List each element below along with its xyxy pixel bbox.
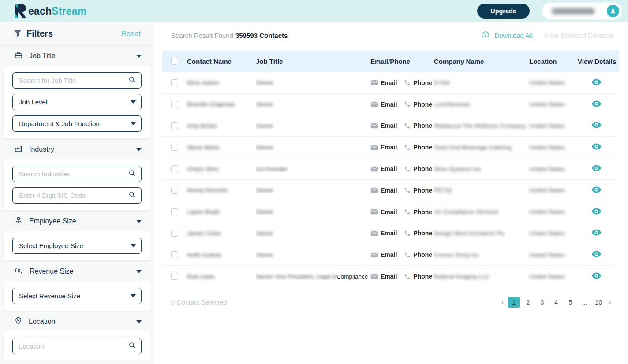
- page-1[interactable]: 1: [508, 297, 520, 308]
- email-link[interactable]: Email: [381, 144, 397, 151]
- page-5[interactable]: 5: [564, 297, 576, 308]
- search-icon[interactable]: [128, 169, 136, 178]
- next-page-icon[interactable]: ›: [607, 298, 613, 307]
- table-row: Kenny RencherOwnerEmailPhonePETIQUnited …: [162, 180, 619, 201]
- row-checkbox[interactable]: [171, 251, 178, 258]
- row-checkbox[interactable]: [171, 79, 178, 86]
- employee-size-select[interactable]: Select Employee Size: [12, 238, 142, 254]
- view-details-eye-icon[interactable]: [591, 207, 602, 217]
- col-contact-name: Contact Name: [187, 58, 256, 65]
- search-icon[interactable]: [128, 191, 136, 200]
- chevron-down-icon: [136, 55, 142, 58]
- view-details-eye-icon[interactable]: [591, 100, 602, 109]
- email-link[interactable]: Email: [381, 230, 397, 237]
- section-location[interactable]: Location: [0, 312, 153, 331]
- phone-link[interactable]: Phone: [413, 144, 432, 151]
- email-link[interactable]: Email: [381, 79, 397, 86]
- email-link[interactable]: Email: [381, 208, 397, 215]
- industry-search[interactable]: [12, 166, 142, 182]
- table-row: Steve WartoOwnerEmailPhoneToast And Beve…: [162, 137, 619, 158]
- row-checkbox[interactable]: [171, 144, 178, 151]
- phone-link[interactable]: Phone: [413, 122, 432, 129]
- user-name-blurred: [552, 8, 594, 14]
- department-select[interactable]: Department & Job Function: [12, 115, 142, 132]
- phone-link[interactable]: Phone: [413, 165, 432, 172]
- phone-link[interactable]: Phone: [413, 273, 432, 280]
- phone-link[interactable]: Phone: [413, 187, 432, 194]
- row-checkbox[interactable]: [171, 187, 178, 194]
- view-details-eye-icon[interactable]: [591, 164, 602, 174]
- email-link[interactable]: Email: [381, 122, 397, 129]
- page-3[interactable]: 3: [536, 297, 548, 308]
- job-level-select[interactable]: Job Level: [12, 94, 142, 110]
- row-checkbox[interactable]: [171, 165, 178, 172]
- industry-search-input[interactable]: [19, 170, 128, 178]
- email-link[interactable]: Email: [381, 187, 397, 194]
- page-10[interactable]: 10: [593, 297, 604, 308]
- section-revenue-size[interactable]: $ Revenue Size: [0, 261, 153, 281]
- table-row: Elisa JuarezOwnerEmailPhoneKYNdUnited St…: [162, 72, 619, 94]
- section-industry-label: Industry: [29, 145, 136, 153]
- revenue-size-select[interactable]: Select Revenue Size: [12, 288, 142, 304]
- view-details-eye-icon[interactable]: [591, 271, 602, 281]
- upgrade-button[interactable]: Upgrade: [477, 4, 530, 19]
- page-2[interactable]: 2: [522, 297, 534, 308]
- row-checkbox[interactable]: [171, 208, 178, 215]
- contact-location: United States: [529, 166, 578, 172]
- contact-name: James Coles: [187, 230, 256, 237]
- job-title-search-input[interactable]: [19, 77, 128, 84]
- view-details-eye-icon[interactable]: [591, 142, 602, 152]
- email-link[interactable]: Email: [381, 251, 397, 258]
- download-all-button[interactable]: Download All: [481, 30, 533, 41]
- table-row: Layne BoyleOwnerEmailPhoneUs Compliance …: [162, 201, 619, 223]
- view-selected-contacts-button[interactable]: View Selected Contacts: [544, 32, 614, 39]
- reset-filters-link[interactable]: Reset: [121, 30, 141, 38]
- view-details-eye-icon[interactable]: [591, 228, 602, 238]
- row-checkbox[interactable]: [171, 101, 178, 108]
- topbar-divider: [536, 4, 536, 19]
- phone-link[interactable]: Phone: [413, 230, 432, 237]
- phone-link[interactable]: Phone: [413, 208, 432, 215]
- brand-text: eachStream: [28, 5, 86, 17]
- contact-name: Amy Brinks: [187, 123, 256, 129]
- view-details-eye-icon[interactable]: [591, 78, 602, 88]
- sic-code-input[interactable]: [19, 192, 128, 199]
- row-checkbox[interactable]: [171, 230, 178, 237]
- location-search-input[interactable]: [19, 342, 128, 350]
- view-details-eye-icon[interactable]: [591, 186, 602, 195]
- section-industry[interactable]: Industry: [0, 139, 153, 159]
- phone-link[interactable]: Phone: [413, 79, 432, 86]
- search-icon[interactable]: [128, 76, 136, 85]
- contact-job-title: Owner: [256, 230, 370, 237]
- employee-icon: [14, 216, 23, 227]
- row-checkbox[interactable]: [171, 273, 178, 280]
- company-name: Design West Architects Pa: [434, 230, 529, 237]
- email-link[interactable]: Email: [381, 165, 397, 172]
- job-title-search[interactable]: [12, 72, 142, 89]
- user-menu[interactable]: [542, 3, 622, 19]
- search-icon[interactable]: [128, 342, 136, 351]
- email-phone-cell: EmailPhone: [370, 144, 434, 151]
- location-search[interactable]: [12, 338, 142, 354]
- view-details-eye-icon[interactable]: [591, 250, 602, 260]
- email-link[interactable]: Email: [381, 101, 397, 108]
- download-all-label: Download All: [494, 32, 533, 39]
- cloud-download-icon: [481, 30, 490, 41]
- phone-link[interactable]: Phone: [413, 101, 432, 108]
- page-4[interactable]: 4: [550, 297, 562, 308]
- sic-code-search[interactable]: [12, 187, 142, 204]
- prev-page-icon[interactable]: ‹: [500, 298, 506, 307]
- phone-icon: [404, 166, 411, 172]
- email-phone-cell: EmailPhone: [370, 208, 434, 215]
- contact-location: United States: [529, 208, 578, 215]
- email-link[interactable]: Email: [381, 273, 397, 280]
- phone-link[interactable]: Phone: [413, 251, 432, 258]
- select-all-checkbox[interactable]: [171, 58, 178, 65]
- view-details-eye-icon[interactable]: [591, 121, 602, 130]
- section-job-title[interactable]: Job Title: [0, 46, 153, 66]
- email-phone-cell: EmailPhone: [370, 251, 434, 258]
- row-checkbox[interactable]: [171, 122, 178, 129]
- section-employee-size[interactable]: Employee Size: [0, 211, 153, 231]
- filters-title: Filters: [26, 29, 121, 39]
- company-name: Correct Temp Inc: [434, 252, 529, 258]
